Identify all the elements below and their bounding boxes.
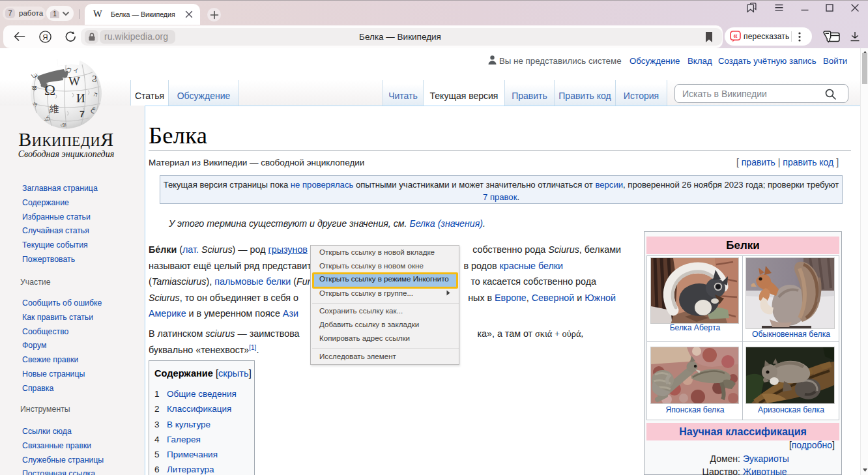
svg-text:W: W [68,74,80,88]
svg-text:7: 7 [80,109,85,119]
svg-text:Ω: Ω [44,82,55,98]
svg-text:ऴ: ऴ [31,84,37,92]
svg-text:Ϩ: Ϩ [92,74,97,84]
svg-text:Я: Я [42,33,48,41]
svg-text:ウィ: ウィ [66,66,79,74]
svg-text:維: 維 [49,104,59,114]
svg-text:ঞ: ঞ [61,121,66,128]
svg-text:«: « [733,31,738,40]
svg-text:И: И [76,91,85,105]
